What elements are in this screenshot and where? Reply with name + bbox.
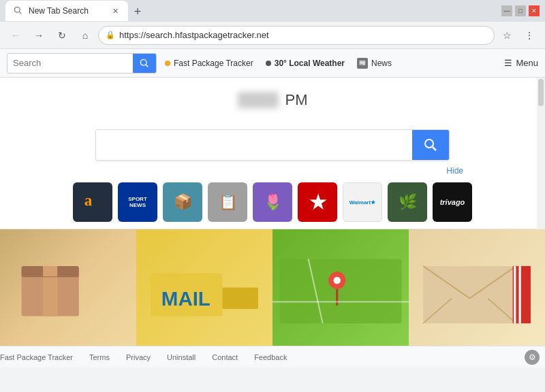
- nav-bar: ← → ↻ ⌂ 🔒 https://search.hfastpackagetra…: [0, 22, 545, 49]
- news-link[interactable]: 📰 News: [353, 55, 396, 71]
- trivago-label: trivago: [440, 198, 465, 206]
- svg-line-3: [146, 65, 148, 67]
- footer-contact[interactable]: Contact: [212, 353, 238, 361]
- fast-package-tracker-label: Fast Package Tracker: [174, 59, 253, 68]
- orange-dot-icon: [165, 61, 170, 66]
- center-search-button[interactable]: [412, 130, 449, 160]
- svg-rect-13: [222, 288, 258, 310]
- svg-rect-14: [280, 259, 402, 323]
- hide-link[interactable]: Hide: [0, 166, 545, 180]
- quick-link-greenleaf[interactable]: 🌿: [388, 182, 427, 222]
- svg-point-4: [425, 140, 433, 148]
- sportnews-label: SPORTNEWS: [128, 196, 147, 208]
- svg-text:MAIL: MAIL: [161, 287, 211, 310]
- gear-icon: ⚙: [529, 353, 536, 362]
- time-period: PM: [285, 91, 308, 109]
- fast-package-tracker-link[interactable]: Fast Package Tracker: [161, 56, 258, 71]
- promo-mail-image: MAIL: [136, 229, 272, 346]
- toolbar-search-icon: [140, 59, 149, 68]
- promo-section: MAIL: [0, 229, 545, 346]
- footer-terms[interactable]: Terms: [89, 353, 110, 361]
- package-icon: 📦: [174, 193, 192, 211]
- chrome-menu-button[interactable]: ⋮: [519, 25, 540, 46]
- center-search-section: [0, 116, 545, 166]
- maximize-button[interactable]: □: [515, 5, 526, 16]
- title-bar: New Tab Search ✕ + — □ ✕: [0, 0, 545, 22]
- window-controls: — □ ✕: [501, 5, 540, 16]
- quick-link-package[interactable]: 📦: [163, 182, 202, 222]
- purple-icon: 🌷: [264, 193, 282, 211]
- url-text: https://search.hfastpackagetracker.net: [119, 30, 487, 40]
- dark-dot-icon: [266, 61, 271, 66]
- svg-rect-20: [423, 266, 516, 323]
- hide-label: Hide: [446, 166, 463, 176]
- quick-links: a SPORTNEWS 📦 📋 🌷 ★ Walmart★ 🌿: [0, 180, 545, 229]
- leaf-icon: 🌿: [399, 193, 417, 211]
- back-button[interactable]: ←: [5, 25, 26, 46]
- promo-card-1[interactable]: [0, 229, 136, 346]
- svg-point-0: [14, 7, 20, 12]
- promo-envelope-image: [409, 229, 545, 346]
- walmart-label: Walmart★: [349, 199, 375, 206]
- toolbar: Fast Package Tracker 30° Local Weather 📰…: [0, 49, 545, 78]
- address-bar[interactable]: 🔒 https://search.hfastpackagetracker.net: [98, 26, 495, 45]
- promo-card-2[interactable]: MAIL: [136, 229, 272, 346]
- new-tab-button[interactable]: +: [128, 2, 147, 21]
- home-button[interactable]: ⌂: [75, 25, 95, 46]
- footer: Fast Package Tracker Terms Privacy Unins…: [0, 346, 545, 368]
- local-weather-link[interactable]: 30° Local Weather: [262, 56, 349, 71]
- tab-title: New Tab Search: [29, 6, 89, 16]
- close-button[interactable]: ✕: [529, 5, 540, 16]
- refresh-button[interactable]: ↻: [52, 25, 72, 46]
- svg-line-1: [19, 12, 21, 14]
- main-content: PM Hide a SPORTNEWS �: [0, 78, 545, 346]
- promo-box-image: [0, 229, 136, 346]
- scrollbar-thumb[interactable]: [538, 79, 544, 106]
- active-tab[interactable]: New Tab Search ✕: [5, 1, 128, 21]
- quick-link-walmart[interactable]: Walmart★: [343, 182, 382, 222]
- center-search-bar[interactable]: [95, 129, 450, 161]
- menu-label: Menu: [516, 58, 538, 68]
- promo-card-4[interactable]: [409, 229, 545, 346]
- bookmark-button[interactable]: ☆: [497, 26, 516, 45]
- settings-gear-button[interactable]: ⚙: [525, 350, 540, 365]
- svg-text:a: a: [84, 191, 93, 209]
- svg-line-5: [433, 147, 436, 150]
- promo-card-3[interactable]: [272, 229, 409, 346]
- hamburger-menu[interactable]: ☰ Menu: [504, 58, 538, 68]
- footer-privacy[interactable]: Privacy: [126, 353, 151, 361]
- footer-uninstall[interactable]: Uninstall: [167, 353, 196, 361]
- promo-location-image: [272, 229, 409, 346]
- weather-label: 30° Local Weather: [275, 59, 345, 68]
- time-hour-blurred: [238, 92, 279, 108]
- quick-link-purple[interactable]: 🌷: [253, 182, 292, 222]
- svg-rect-9: [43, 266, 57, 316]
- time-section: PM: [0, 78, 545, 116]
- quick-link-sportnews[interactable]: SPORTNEWS: [118, 182, 157, 222]
- quick-link-gray[interactable]: 📋: [208, 182, 247, 222]
- lock-icon: 🔒: [106, 31, 115, 39]
- center-search-icon: [424, 138, 437, 152]
- hamburger-icon: ☰: [504, 58, 512, 68]
- forward-button[interactable]: →: [29, 25, 49, 46]
- svg-point-16: [333, 277, 341, 284]
- quick-link-amazon[interactable]: a: [73, 182, 112, 222]
- tab-strip: New Tab Search ✕ +: [5, 1, 147, 21]
- news-label: News: [371, 59, 392, 68]
- footer-fast-package-tracker[interactable]: Fast Package Tracker: [0, 353, 73, 361]
- macys-icon: ★: [309, 191, 326, 214]
- quick-link-macys[interactable]: ★: [298, 182, 337, 222]
- news-icon: 📰: [357, 58, 368, 69]
- tab-close-button[interactable]: ✕: [110, 6, 120, 16]
- tab-search-icon: [14, 6, 23, 16]
- footer-feedback[interactable]: Feedback: [254, 353, 287, 361]
- svg-point-2: [140, 59, 146, 65]
- gray-box-icon: 📋: [219, 193, 237, 211]
- quick-link-trivago[interactable]: trivago: [433, 182, 472, 222]
- center-search-input[interactable]: [96, 130, 412, 160]
- toolbar-search-input[interactable]: [7, 54, 133, 73]
- minimize-button[interactable]: —: [501, 5, 512, 16]
- amazon-icon: a: [80, 190, 105, 214]
- toolbar-search-button[interactable]: [133, 54, 156, 73]
- toolbar-search[interactable]: [7, 53, 157, 74]
